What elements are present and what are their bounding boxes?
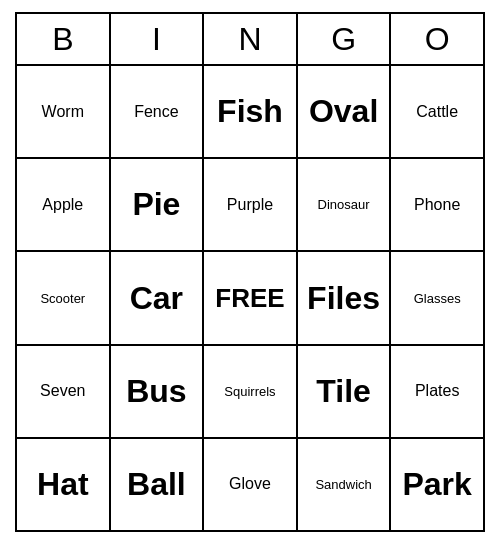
bingo-cell-0-2: Fish [204, 66, 298, 157]
bingo-cell-1-3: Dinosaur [298, 159, 392, 250]
bingo-cell-4-1: Ball [111, 439, 205, 530]
bingo-grid: WormFenceFishOvalCattleApplePiePurpleDin… [17, 66, 483, 530]
bingo-cell-1-0: Apple [17, 159, 111, 250]
header-letter-o: O [391, 14, 483, 64]
bingo-row-3: SevenBusSquirrelsTilePlates [17, 346, 483, 439]
header-letter-n: N [204, 14, 298, 64]
header-letter-g: G [298, 14, 392, 64]
bingo-row-1: ApplePiePurpleDinosaurPhone [17, 159, 483, 252]
bingo-cell-3-2: Squirrels [204, 346, 298, 437]
bingo-cell-1-4: Phone [391, 159, 483, 250]
bingo-cell-3-4: Plates [391, 346, 483, 437]
bingo-cell-0-4: Cattle [391, 66, 483, 157]
bingo-cell-2-1: Car [111, 252, 205, 343]
bingo-header: BINGO [17, 14, 483, 66]
bingo-row-2: ScooterCarFREEFilesGlasses [17, 252, 483, 345]
bingo-cell-3-0: Seven [17, 346, 111, 437]
bingo-cell-0-3: Oval [298, 66, 392, 157]
bingo-cell-2-2: FREE [204, 252, 298, 343]
bingo-card: BINGO WormFenceFishOvalCattleApplePiePur… [15, 12, 485, 532]
bingo-cell-3-3: Tile [298, 346, 392, 437]
bingo-cell-1-2: Purple [204, 159, 298, 250]
header-letter-b: B [17, 14, 111, 64]
bingo-cell-4-2: Glove [204, 439, 298, 530]
bingo-cell-0-0: Worm [17, 66, 111, 157]
bingo-row-0: WormFenceFishOvalCattle [17, 66, 483, 159]
bingo-cell-4-3: Sandwich [298, 439, 392, 530]
bingo-cell-2-0: Scooter [17, 252, 111, 343]
bingo-cell-3-1: Bus [111, 346, 205, 437]
header-letter-i: I [111, 14, 205, 64]
bingo-cell-1-1: Pie [111, 159, 205, 250]
bingo-cell-4-0: Hat [17, 439, 111, 530]
bingo-cell-2-4: Glasses [391, 252, 483, 343]
bingo-cell-0-1: Fence [111, 66, 205, 157]
bingo-cell-2-3: Files [298, 252, 392, 343]
bingo-row-4: HatBallGloveSandwichPark [17, 439, 483, 530]
bingo-cell-4-4: Park [391, 439, 483, 530]
